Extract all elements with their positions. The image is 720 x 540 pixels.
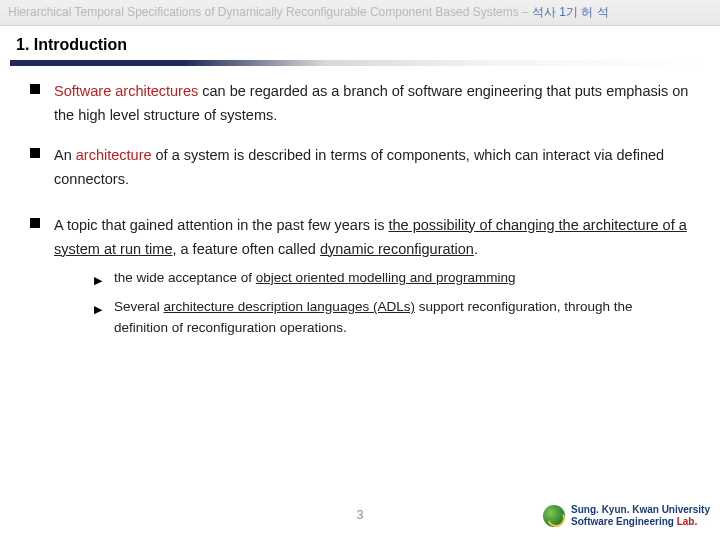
text-pre: An [54,147,76,163]
underlined-phrase: dynamic reconfiguration [320,241,474,257]
text-post: . [474,241,478,257]
sub-list: ▶ the wide acceptance of object oriented… [94,268,690,339]
header-separator: – [519,5,532,19]
sub-item: ▶ Several architecture description langu… [94,297,690,339]
lab-suffix: Lab. [677,516,698,527]
section-title: 1. Introduction [0,26,720,60]
bullet-item: Software architectures can be regarded a… [30,80,690,128]
footer-branding: Sung. Kyun. Kwan University Software Eng… [543,504,710,528]
underlined-phrase: architecture description languages (ADLs… [164,299,415,314]
title-underline [10,60,710,66]
sub-item: ▶ the wide acceptance of object oriented… [94,268,690,289]
underlined-phrase: object oriented modelling and programmin… [256,270,516,285]
university-name: Sung. Kyun. Kwan University [571,504,710,516]
square-bullet-icon [30,218,40,228]
sub-text: the wide acceptance of object oriented m… [114,268,516,289]
bullet-text: Software architectures can be regarded a… [54,80,690,128]
section-number: 1. [16,36,29,53]
highlight-term: architecture [76,147,152,163]
header-title-en: Hierarchical Temporal Specifications of … [8,5,519,19]
university-logo-icon [543,505,565,527]
bullet-item: An architecture of a system is described… [30,144,690,192]
footer: 3 Sung. Kyun. Kwan University Software E… [0,498,720,532]
header-title-ko: 석사 1기 허 석 [532,5,609,19]
triangle-bullet-icon: ▶ [94,300,102,318]
page-number: 3 [357,508,364,522]
text-pre: Several [114,299,164,314]
section-name: Introduction [34,36,127,53]
sub-text: Several architecture description languag… [114,297,690,339]
triangle-bullet-icon: ▶ [94,271,102,289]
text-mid: , a feature often called [172,241,320,257]
bullet-text: An architecture of a system is described… [54,144,690,192]
bullet-item: A topic that gained attention in the pas… [30,214,690,347]
square-bullet-icon [30,148,40,158]
text-pre: the wide acceptance of [114,270,256,285]
content-area: Software architectures can be regarded a… [0,80,720,347]
lab-name: Software Engineering Lab. [571,516,710,528]
lab-prefix: Software Engineering [571,516,677,527]
bullet-text: A topic that gained attention in the pas… [54,214,690,347]
square-bullet-icon [30,84,40,94]
university-text: Sung. Kyun. Kwan University Software Eng… [571,504,710,528]
header-banner: Hierarchical Temporal Specifications of … [0,0,720,26]
highlight-term: Software architectures [54,83,198,99]
text-pre: A topic that gained attention in the pas… [54,217,389,233]
